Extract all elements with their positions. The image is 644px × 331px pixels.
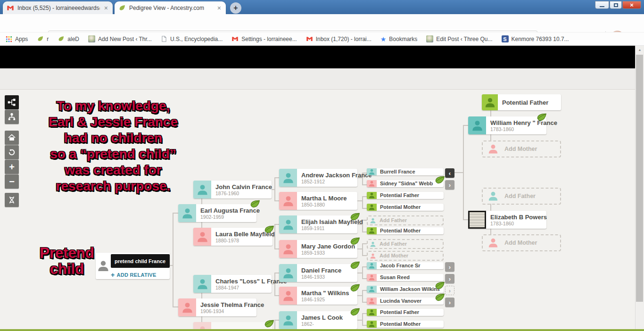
person-card[interactable]: Susan Reed xyxy=(367,274,444,281)
browser-tab-ancestry[interactable]: Pedigree View - Ancestry.com × xyxy=(115,1,226,14)
add-person-card[interactable]: Add Mother xyxy=(367,251,444,261)
person-name: Martha " Wilkins xyxy=(301,290,349,297)
connector xyxy=(357,320,362,321)
bottom-green-bar xyxy=(0,329,644,331)
add-person-card[interactable]: Add Father xyxy=(482,188,561,205)
window-close-button[interactable]: × xyxy=(622,1,641,9)
person-dates: 1876-1960 xyxy=(215,190,272,196)
person-name: John Calvin France xyxy=(215,183,272,190)
bookmark-item[interactable]: r xyxy=(37,35,49,42)
tab-close-icon[interactable]: × xyxy=(216,5,222,11)
person-card[interactable]: Earl Augusta France1902-1959 xyxy=(178,204,256,222)
person-card[interactable]: Jacob France Sr xyxy=(367,262,444,269)
bookmark-item[interactable]: Settings - lorraineee... xyxy=(231,35,297,42)
person-card[interactable]: Charles "Loss" L France1884-1947 xyxy=(193,275,272,293)
person-card[interactable]: Elijah Isaiah Mayfield1859-1911 xyxy=(279,215,357,233)
person-card[interactable]: Martha " Wilkins1846-1925 xyxy=(279,287,357,305)
hint-leaf-icon[interactable] xyxy=(434,292,446,303)
expand-branch-button[interactable]: › xyxy=(445,180,454,190)
person-card[interactable]: John Calvin France1876-1960 xyxy=(193,181,272,199)
bookmark-apps[interactable]: Apps xyxy=(6,36,28,42)
expand-branch-button[interactable]: › xyxy=(445,274,454,283)
bookmark-label: Kenmore 76393 10.7... xyxy=(512,36,569,42)
person-card[interactable]: Elizabeth B Powers1783-1860 xyxy=(468,211,546,229)
connector xyxy=(357,248,362,249)
collapse-branch-button[interactable]: ‹ xyxy=(445,168,454,178)
scrollbar-thumb[interactable] xyxy=(636,55,643,302)
tab-close-icon[interactable]: × xyxy=(103,5,109,11)
person-card-root[interactable]: pretend child France + ADD RELATIVE xyxy=(96,253,170,279)
person-card[interactable]: Burrell France xyxy=(367,168,444,175)
person-card[interactable]: Potential Father xyxy=(367,309,444,316)
male-silhouette-icon xyxy=(370,241,376,248)
person-card[interactable]: Potential Mother xyxy=(367,321,444,328)
hint-leaf-icon[interactable] xyxy=(434,280,446,291)
hint-leaf-icon[interactable] xyxy=(349,236,361,247)
expand-branch-button[interactable]: › xyxy=(445,286,454,295)
connector xyxy=(362,290,367,303)
window-maximize-button[interactable] xyxy=(610,1,622,9)
add-relative-button[interactable]: + ADD RELATIVE xyxy=(111,271,170,279)
hint-leaf-icon[interactable] xyxy=(349,306,361,318)
bookmark-item[interactable]: Inbox (1,720) - lorrai... xyxy=(306,35,372,42)
person-name: James L Cook xyxy=(301,314,343,321)
scrollbar-up-icon[interactable]: ▲ xyxy=(636,46,644,51)
bookmark-item[interactable]: Add New Post ‹ Thr... xyxy=(88,35,152,42)
hint-leaf-icon[interactable] xyxy=(349,282,361,294)
person-dates: 1846-1925 xyxy=(301,297,349,302)
person-name: William Jackson Wilkins xyxy=(380,287,440,292)
hint-leaf-icon[interactable] xyxy=(349,260,361,271)
person-name: Susan Reed xyxy=(380,275,410,280)
person-card[interactable]: Mary Jane Gordon1859-1933 xyxy=(279,240,357,258)
dna-icon xyxy=(8,196,16,204)
hint-leaf-icon[interactable] xyxy=(349,211,361,223)
bookmark-item[interactable]: S Kenmore 76393 10.7... xyxy=(502,35,569,42)
browser-tab-gmail[interactable]: Inbox (5,525) - lorraineeedwards@ × xyxy=(3,1,113,14)
photo-favicon xyxy=(426,35,433,42)
person-name: Earl Augusta France xyxy=(200,207,256,214)
person-card[interactable]: Potential Father xyxy=(482,94,561,110)
person-dates: 1859-1933 xyxy=(301,250,355,256)
bookmark-item[interactable]: aleD xyxy=(58,35,79,42)
add-person-card[interactable]: Add Mother xyxy=(482,141,561,157)
hint-leaf-icon[interactable] xyxy=(264,318,275,330)
person-card[interactable]: James L Cook1862- xyxy=(279,311,357,329)
person-card[interactable]: Daniel France1846-1933 xyxy=(279,264,357,282)
person-card[interactable]: Lucinda Vanover xyxy=(367,298,444,305)
add-person-card[interactable]: Add Mother xyxy=(482,234,561,251)
person-card[interactable]: Potential Mother xyxy=(367,204,444,211)
hint-leaf-icon[interactable] xyxy=(264,224,275,235)
person-card[interactable]: William Henry " France1783-1860 xyxy=(468,116,546,134)
female-silhouette-icon xyxy=(196,231,209,243)
window-minimize-button[interactable] xyxy=(595,1,609,9)
person-card[interactable]: Martha L Moore1850-1880 xyxy=(279,192,357,210)
pretend-line: child xyxy=(27,261,107,277)
expand-branch-button[interactable]: › xyxy=(445,262,454,272)
add-person-label: Add Mother xyxy=(380,253,408,258)
male-silhouette-icon xyxy=(282,267,295,280)
new-tab-button[interactable]: + xyxy=(230,2,241,14)
person-card[interactable]: Laura Belle Mayfield1880-1978 xyxy=(193,228,272,246)
bookmark-item[interactable]: Edit Post ‹ Three Qu... xyxy=(426,35,492,42)
gmail-favicon xyxy=(7,4,14,12)
expand-branch-button[interactable]: › xyxy=(445,298,454,307)
photo-favicon xyxy=(88,35,95,42)
person-card[interactable]: William Jackson Wilkins xyxy=(367,286,444,293)
hint-leaf-icon[interactable] xyxy=(536,112,547,123)
person-card[interactable]: Sidney "Sidna" Webb xyxy=(367,180,444,187)
bookmark-item[interactable]: U.S., Encyclopedia... xyxy=(161,35,223,42)
person-card[interactable]: Potential Mother xyxy=(367,227,444,234)
bookmark-item[interactable]: ★ Bookmarks xyxy=(380,35,418,43)
plus-icon: + xyxy=(233,4,238,12)
person-card[interactable]: Potential Father xyxy=(367,192,444,199)
add-person-card[interactable]: Add Father xyxy=(367,239,444,249)
dna-button[interactable] xyxy=(5,193,19,207)
female-silhouette-icon xyxy=(368,274,375,281)
male-silhouette-icon xyxy=(196,278,209,290)
add-person-card[interactable]: Add Father xyxy=(367,215,444,225)
note-line: was created for xyxy=(14,162,212,178)
hint-leaf-icon[interactable] xyxy=(434,174,446,186)
hint-leaf-icon[interactable] xyxy=(249,199,261,210)
person-card[interactable]: Andrew Jackson France1852-1912 xyxy=(279,169,357,187)
person-card[interactable]: Jessie Thelma France1906-1934 xyxy=(178,298,256,316)
